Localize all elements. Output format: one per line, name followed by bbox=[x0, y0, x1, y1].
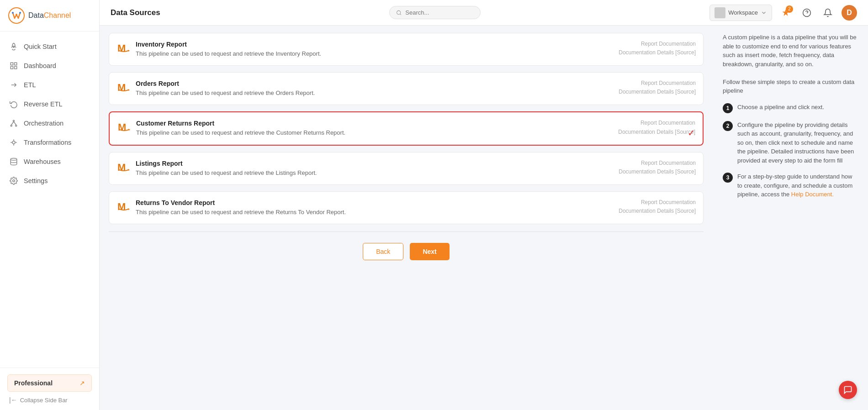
step-number-2: 2 bbox=[723, 121, 733, 131]
header: Data Sources Workspace 2 D bbox=[100, 0, 868, 26]
svg-point-10 bbox=[11, 125, 12, 126]
notification-badge: 2 bbox=[786, 5, 793, 13]
sidebar-footer: Professional ↗ |← Collapse Side Bar bbox=[0, 368, 99, 410]
help-button[interactable] bbox=[799, 5, 814, 20]
sidebar-item-label-dashboard: Dashboard bbox=[24, 62, 56, 69]
amazon-logo-customer-returns: M bbox=[118, 121, 131, 133]
help-step-1: 1 Choose a pipeline and click next. bbox=[723, 103, 858, 113]
card-links-inventory: Report Documentation Documentation Detai… bbox=[619, 40, 696, 57]
svg-text:M: M bbox=[117, 162, 126, 173]
svg-point-3 bbox=[16, 14, 17, 16]
card-title-customer-returns: Customer Returns Report bbox=[136, 120, 694, 127]
doc-details-link-customer-returns[interactable]: Documentation Details [Source] bbox=[618, 128, 695, 137]
sidebar-item-settings[interactable]: Settings bbox=[0, 171, 99, 190]
report-doc-link-orders[interactable]: Report Documentation bbox=[619, 79, 696, 88]
amazon-logo-returns-vendor: M bbox=[117, 200, 130, 213]
search-input[interactable] bbox=[405, 9, 474, 16]
divider bbox=[109, 231, 704, 232]
help-step-3: 3 For a step-by-step guide to understand… bbox=[723, 172, 858, 199]
card-title-listings: Listings Report bbox=[136, 160, 695, 167]
sidebar-item-reverse-etl[interactable]: Reverse ETL bbox=[0, 95, 99, 114]
sidebar-item-label-orchestration: Orchestration bbox=[24, 120, 64, 127]
professional-badge[interactable]: Professional ↗ bbox=[7, 374, 92, 392]
user-avatar-small bbox=[715, 7, 725, 18]
step-text-2: Configure the pipeline by providing deta… bbox=[737, 121, 858, 165]
pipeline-card-inventory[interactable]: M Inventory Report This pipeline can be … bbox=[109, 33, 704, 66]
content-area: M Inventory Report This pipeline can be … bbox=[100, 26, 868, 410]
sidebar-item-quick-start[interactable]: Quick Start bbox=[0, 37, 99, 56]
transform-icon bbox=[9, 138, 18, 147]
card-desc-returns-vendor: This pipeline can be used to request and… bbox=[136, 208, 695, 216]
pipeline-card-listings[interactable]: M Listings Report This pipeline can be u… bbox=[109, 152, 704, 185]
sidebar-item-label-settings: Settings bbox=[24, 177, 48, 184]
card-desc-listings: This pipeline can be used to request and… bbox=[136, 169, 695, 177]
user-name: Workspace bbox=[728, 9, 758, 16]
doc-details-link-returns-vendor[interactable]: Documentation Details [Source] bbox=[619, 207, 696, 216]
header-right: Workspace 2 D bbox=[709, 5, 857, 21]
card-title-inventory: Inventory Report bbox=[136, 41, 695, 48]
chat-icon bbox=[843, 385, 852, 394]
back-button[interactable]: Back bbox=[363, 243, 403, 260]
sidebar-item-warehouses[interactable]: Warehouses bbox=[0, 152, 99, 171]
svg-marker-22 bbox=[128, 50, 130, 52]
svg-point-15 bbox=[11, 158, 17, 161]
svg-point-14 bbox=[12, 141, 15, 144]
collapse-arrow-icon: |← bbox=[9, 396, 17, 404]
svg-point-16 bbox=[13, 180, 15, 182]
step-number-3: 3 bbox=[723, 173, 733, 183]
user-avatar[interactable]: D bbox=[842, 5, 857, 21]
diagram-icon bbox=[9, 119, 18, 128]
help-icon bbox=[802, 8, 811, 17]
doc-details-link-inventory[interactable]: Documentation Details [Source] bbox=[619, 48, 696, 57]
report-doc-link-customer-returns[interactable]: Report Documentation bbox=[618, 119, 695, 127]
svg-point-17 bbox=[397, 11, 400, 14]
step-text-3: For a step-by-step guide to understand h… bbox=[737, 172, 858, 199]
rocket-icon bbox=[9, 42, 18, 51]
database-icon bbox=[9, 157, 18, 166]
help-doc-link[interactable]: Help Document. bbox=[791, 191, 834, 198]
search-icon bbox=[396, 10, 402, 16]
report-doc-link-returns-vendor[interactable]: Report Documentation bbox=[619, 198, 696, 207]
chat-bubble-button[interactable] bbox=[839, 381, 857, 399]
sidebar-item-label-transformations: Transformations bbox=[24, 139, 71, 146]
svg-point-11 bbox=[16, 125, 17, 126]
svg-line-13 bbox=[14, 121, 16, 125]
sidebar-item-label-warehouses: Warehouses bbox=[24, 158, 61, 165]
svg-rect-7 bbox=[11, 67, 13, 69]
sidebar-item-orchestration[interactable]: Orchestration bbox=[0, 114, 99, 133]
svg-marker-28 bbox=[128, 169, 130, 171]
card-desc-inventory: This pipeline can be used to request and… bbox=[136, 50, 695, 58]
arrows-icon bbox=[9, 80, 18, 89]
svg-point-1 bbox=[12, 12, 14, 14]
svg-marker-26 bbox=[128, 129, 130, 131]
gear-icon bbox=[9, 176, 18, 185]
sparkle-button[interactable]: 2 bbox=[778, 5, 793, 20]
pipeline-card-orders[interactable]: M Orders Report This pipeline can be use… bbox=[109, 72, 704, 105]
svg-rect-8 bbox=[15, 67, 17, 69]
next-button[interactable]: Next bbox=[410, 243, 449, 260]
sidebar-item-etl[interactable]: ETL bbox=[0, 75, 99, 95]
page-title: Data Sources bbox=[111, 8, 160, 17]
sidebar-item-transformations[interactable]: Transformations bbox=[0, 133, 99, 152]
main-area: Data Sources Workspace 2 D bbox=[100, 0, 868, 410]
pipeline-card-customer-returns[interactable]: M Customer Returns Report This pipeline … bbox=[109, 111, 704, 145]
amazon-logo-inventory: M bbox=[117, 42, 130, 54]
bell-button[interactable] bbox=[820, 5, 835, 20]
sidebar-item-dashboard[interactable]: Dashboard bbox=[0, 56, 99, 75]
doc-details-link-orders[interactable]: Documentation Details [Source] bbox=[619, 88, 696, 96]
svg-point-2 bbox=[19, 12, 21, 14]
search-bar[interactable] bbox=[389, 6, 481, 19]
sidebar-item-label-etl: ETL bbox=[24, 81, 36, 89]
pipeline-card-returns-vendor[interactable]: M Returns To Vendor Report This pipeline… bbox=[109, 191, 704, 224]
collapse-sidebar-button[interactable]: |← Collapse Side Bar bbox=[7, 392, 92, 404]
report-doc-link-inventory[interactable]: Report Documentation bbox=[619, 40, 696, 48]
step-text-1: Choose a pipeline and click next. bbox=[737, 103, 824, 112]
doc-details-link-listings[interactable]: Documentation Details [Source] bbox=[619, 168, 696, 176]
report-doc-link-listings[interactable]: Report Documentation bbox=[619, 159, 696, 168]
grid-icon bbox=[9, 61, 18, 70]
svg-text:M: M bbox=[117, 201, 126, 212]
svg-rect-6 bbox=[15, 63, 17, 65]
user-menu[interactable]: Workspace bbox=[709, 5, 772, 21]
svg-line-12 bbox=[11, 121, 14, 125]
sidebar-item-label-reverse-etl: Reverse ETL bbox=[24, 100, 63, 108]
